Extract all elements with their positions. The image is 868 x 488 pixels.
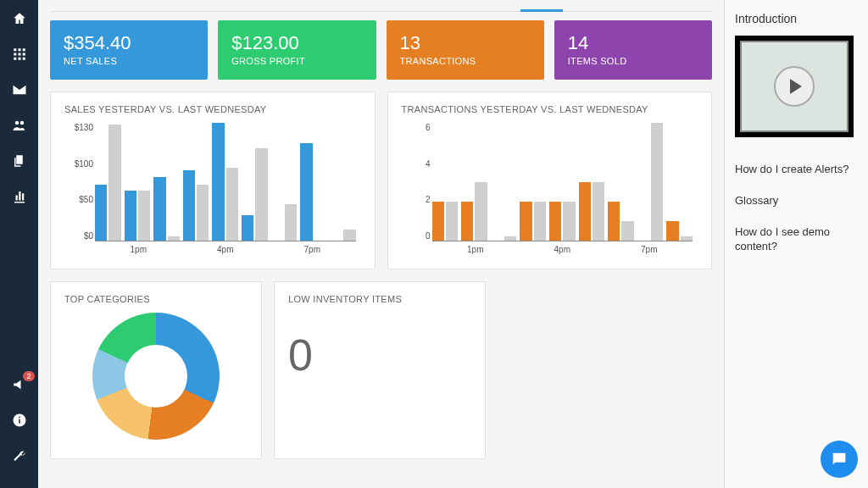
bar	[95, 185, 107, 241]
bar	[549, 202, 561, 241]
bar-group	[637, 123, 664, 241]
bar	[125, 191, 136, 241]
top-tab-bar	[50, 0, 712, 12]
notification-badge: 2	[23, 371, 34, 381]
bar	[520, 202, 531, 241]
sidebar: 2	[0, 0, 38, 488]
bar	[183, 170, 195, 241]
bar-group	[432, 123, 459, 241]
y-axis: 6 4 2 0	[402, 123, 431, 241]
bar	[168, 236, 180, 241]
bottom-row: TOP CATEGORIES LOW INVENTORY ITEMS 0	[50, 281, 712, 459]
kpi-row: $354.40 NET SALES $123.00 GROSS PROFIT 1…	[50, 20, 712, 80]
bar	[666, 221, 678, 241]
bar	[197, 185, 209, 241]
bar	[446, 202, 458, 241]
main-content: $354.40 NET SALES $123.00 GROSS PROFIT 1…	[38, 0, 724, 488]
bar	[651, 123, 663, 241]
bar	[461, 202, 473, 241]
bar-group	[579, 123, 605, 241]
low-inventory-value: 0	[288, 330, 471, 380]
video-frame	[740, 41, 849, 132]
help-link-demo[interactable]: How do I see demo content?	[735, 225, 858, 254]
bar	[255, 148, 267, 241]
sales-chart-title: SALES YESTERDAY VS. LAST WEDNESDAY	[64, 104, 361, 114]
bar-group	[491, 123, 517, 241]
bar-group	[330, 123, 356, 241]
transactions-chart-panel: TRANSACTIONS YESTERDAY VS. LAST WEDNESDA…	[387, 92, 713, 269]
intro-video-thumb[interactable]	[735, 36, 854, 137]
donut-chart	[92, 313, 220, 440]
copy-icon[interactable]	[11, 152, 28, 169]
help-link-glossary[interactable]: Glossary	[735, 194, 858, 208]
home-icon[interactable]	[11, 10, 28, 27]
bar-group	[520, 123, 546, 241]
bar	[475, 182, 487, 241]
chat-button[interactable]	[821, 441, 858, 478]
help-link-alerts[interactable]: How do I create Alerts?	[735, 163, 858, 177]
bar	[563, 202, 575, 241]
top-categories-title: TOP CATEGORIES	[64, 294, 248, 304]
kpi-net-sales[interactable]: $354.40 NET SALES	[50, 20, 208, 80]
kpi-transactions[interactable]: 13 TRANSACTIONS	[387, 20, 544, 80]
bar	[593, 182, 604, 241]
megaphone-icon[interactable]: 2	[11, 376, 28, 393]
chart-row: SALES YESTERDAY VS. LAST WEDNESDAY $130 …	[50, 92, 712, 269]
bar	[343, 230, 355, 241]
bar	[212, 123, 224, 241]
y-axis: $130 $100 $50 $0	[64, 123, 93, 241]
grid-icon[interactable]	[11, 46, 28, 63]
bar-group	[608, 123, 634, 241]
x-axis: 1pm 4pm 7pm	[95, 245, 356, 254]
bar-group	[549, 123, 576, 241]
bar-group	[183, 123, 209, 241]
bar-group	[300, 123, 326, 241]
bar	[432, 202, 444, 241]
wrench-icon[interactable]	[11, 447, 28, 464]
bar-group	[242, 123, 268, 241]
x-axis: 1pm 4pm 7pm	[432, 245, 693, 254]
bar	[153, 177, 165, 241]
donut-hole	[125, 345, 187, 408]
bar	[285, 204, 297, 241]
svg-rect-2	[19, 417, 20, 419]
bar	[681, 236, 693, 241]
sales-chart-panel: SALES YESTERDAY VS. LAST WEDNESDAY $130 …	[50, 92, 376, 269]
bar	[138, 191, 150, 241]
low-inventory-title: LOW INVENTORY ITEMS	[288, 294, 471, 304]
help-panel: Introduction How do I create Alerts? Glo…	[724, 0, 868, 488]
transactions-bar-chart: 6 4 2 0	[432, 123, 693, 241]
bar	[608, 202, 620, 241]
bar	[242, 215, 253, 241]
help-title: Introduction	[735, 12, 858, 25]
kpi-gross-profit[interactable]: $123.00 GROSS PROFIT	[218, 20, 376, 80]
svg-rect-1	[19, 419, 20, 424]
sales-bar-chart: $130 $100 $50 $0	[95, 123, 356, 241]
bar	[226, 168, 238, 241]
bar-group	[125, 123, 151, 241]
bar-group	[95, 123, 121, 241]
users-icon[interactable]	[11, 117, 28, 134]
info-icon[interactable]	[11, 412, 28, 429]
kpi-items-sold[interactable]: 14 ITEMS SOLD	[554, 20, 712, 80]
mail-icon[interactable]	[11, 81, 28, 98]
bar	[108, 125, 120, 241]
bar-group	[212, 123, 238, 241]
top-categories-panel: TOP CATEGORIES	[50, 281, 262, 459]
low-inventory-panel: LOW INVENTORY ITEMS 0	[274, 281, 486, 459]
play-icon[interactable]	[774, 66, 815, 107]
bar-group	[271, 123, 298, 241]
bar	[579, 182, 591, 241]
bar-group	[666, 123, 693, 241]
bar	[621, 221, 633, 241]
bar	[534, 202, 546, 241]
transactions-chart-title: TRANSACTIONS YESTERDAY VS. LAST WEDNESDA…	[402, 104, 698, 114]
bar-group	[461, 123, 487, 241]
bar	[300, 143, 312, 241]
bar	[504, 236, 516, 241]
chart-icon[interactable]	[11, 188, 28, 205]
bar-group	[153, 123, 180, 241]
